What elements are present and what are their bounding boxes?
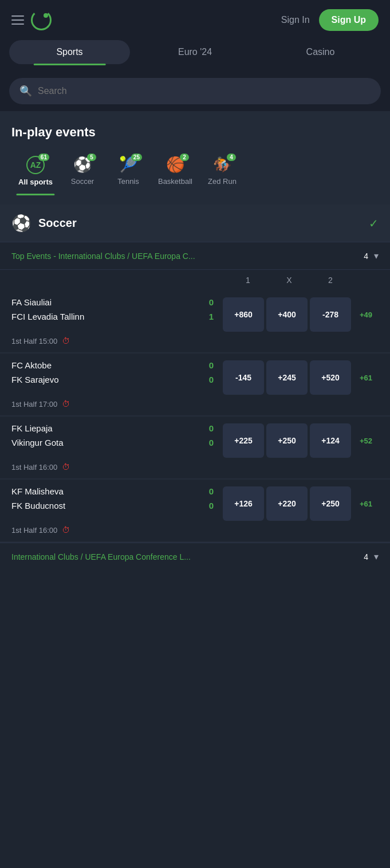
soccer-filter-icon: ⚽ 5 — [73, 156, 92, 174]
match2-more-odds[interactable]: +61 — [353, 360, 379, 395]
filter-tennis[interactable]: 🎾 25 Tennis — [105, 151, 151, 191]
match2-clock-icon: ⏱ — [62, 399, 70, 409]
match3-score2: 0 — [209, 438, 214, 447]
header: Sign In Sign Up — [0, 0, 390, 40]
soccer-count: 5 — [87, 154, 96, 161]
bottom-league-bar[interactable]: International Clubs / UEFA Europa Confer… — [0, 543, 390, 570]
match4-team2-name: FK Buducnost — [11, 501, 65, 510]
match2-team1-name: FC Aktobe — [11, 360, 52, 370]
match2-team2-row: FK Sarajevo 0 — [11, 375, 214, 384]
match4-more-odds[interactable]: +61 — [353, 486, 379, 521]
logo — [31, 10, 52, 30]
match1-odd2[interactable]: -278 — [310, 297, 351, 332]
tab-casino[interactable]: Casino — [260, 40, 381, 64]
match2-content: FC Aktobe 0 FK Sarajevo 0 -145 +245 +520… — [0, 354, 390, 395]
match3-score1: 0 — [209, 423, 214, 433]
soccer-label: Soccer — [71, 177, 94, 186]
bottom-league-chevron-icon: ▾ — [374, 551, 379, 562]
match2-odds: -145 +245 +520 +61 — [223, 360, 379, 395]
match4-clock-icon: ⏱ — [62, 525, 70, 535]
search-icon: 🔍 — [19, 85, 32, 97]
filter-zedrun[interactable]: 🏇 4 Zed Run — [199, 151, 245, 191]
match1-team2-name: FCI Levadia Tallinn — [11, 312, 84, 321]
match3-content: FK Liepaja 0 Vikingur Gota 0 +225 +250 +… — [0, 417, 390, 458]
match1-clock-icon: ⏱ — [62, 336, 70, 345]
col-1-header: 1 — [227, 276, 269, 285]
soccer-section: ⚽ Soccer ✓ Top Events - International Cl… — [0, 205, 390, 570]
match3-team1-row: FK Liepaja 0 — [11, 423, 214, 433]
all-sports-icon: AZ 61 — [26, 156, 45, 174]
bottom-league-title: International Clubs / UEFA Europa Confer… — [11, 552, 191, 561]
match1-more-odds[interactable]: +49 — [353, 297, 379, 332]
col-2-header: 2 — [310, 276, 351, 285]
search-box[interactable]: 🔍 — [9, 78, 381, 104]
match-row: FK Liepaja 0 Vikingur Gota 0 +225 +250 +… — [0, 417, 390, 480]
match3-more-odds[interactable]: +52 — [353, 423, 379, 458]
match3-time: 1st Half 16:00 — [11, 463, 57, 472]
col-x-header: X — [269, 276, 310, 285]
match1-teams: FA Siauliai 0 FCI Levadia Tallinn 1 — [11, 297, 214, 332]
soccer-section-title: Soccer — [38, 217, 77, 230]
match3-teams: FK Liepaja 0 Vikingur Gota 0 — [11, 423, 214, 458]
match4-odds: +126 +220 +250 +61 — [223, 486, 379, 521]
league1-chevron-icon: ▾ — [374, 250, 379, 261]
tab-sports[interactable]: Sports — [9, 40, 130, 64]
search-input[interactable] — [38, 86, 371, 96]
sign-in-button[interactable]: Sign In — [281, 15, 310, 25]
sport-filters: AZ 61 All sports ⚽ 5 Soccer 🎾 25 Tennis … — [11, 151, 379, 195]
match3-odd2[interactable]: +124 — [310, 423, 351, 458]
soccer-header[interactable]: ⚽ Soccer ✓ — [0, 205, 390, 242]
match4-odd1[interactable]: +126 — [223, 486, 264, 521]
filter-all-sports[interactable]: AZ 61 All sports — [11, 151, 60, 191]
col-extra-header — [351, 276, 379, 285]
match1-oddx[interactable]: +400 — [266, 297, 308, 332]
match3-odd1[interactable]: +225 — [223, 423, 264, 458]
match-row: FC Aktobe 0 FK Sarajevo 0 -145 +245 +520… — [0, 354, 390, 417]
match2-odd1[interactable]: -145 — [223, 360, 264, 395]
tab-euro24[interactable]: Euro '24 — [135, 40, 255, 64]
header-right: Sign In Sign Up — [281, 9, 379, 31]
match4-team1-row: KF Malisheva 0 — [11, 486, 214, 496]
match1-score1: 0 — [209, 297, 214, 307]
zedrun-count: 4 — [227, 154, 236, 161]
filter-basketball[interactable]: 🏀 2 Basketball — [151, 151, 199, 191]
match4-odd2[interactable]: +250 — [310, 486, 351, 521]
match3-team1-name: FK Liepaja — [11, 423, 53, 433]
zedrun-label: Zed Run — [208, 177, 237, 186]
match2-team1-row: FC Aktobe 0 — [11, 360, 214, 370]
match2-odd2[interactable]: +520 — [310, 360, 351, 395]
league1-right: 4 ▾ — [364, 250, 379, 261]
match1-score2: 1 — [209, 312, 214, 321]
tennis-count: 25 — [131, 154, 142, 161]
sign-up-button[interactable]: Sign Up — [319, 9, 379, 31]
nav-tabs: Sports Euro '24 Casino — [0, 40, 390, 71]
soccer-chevron-icon: ✓ — [369, 217, 379, 230]
tennis-label: Tennis — [117, 177, 139, 186]
league1-header[interactable]: Top Events - International Clubs / UEFA … — [0, 242, 390, 270]
filter-soccer[interactable]: ⚽ 5 Soccer — [60, 151, 105, 191]
basketball-label: Basketball — [158, 177, 192, 186]
match3-team2-name: Vikingur Gota — [11, 438, 64, 447]
match3-oddx[interactable]: +250 — [266, 423, 308, 458]
match3-team2-row: Vikingur Gota 0 — [11, 438, 214, 447]
match4-teams: KF Malisheva 0 FK Buducnost 0 — [11, 486, 214, 521]
league1-title: Top Events - International Clubs / UEFA … — [11, 252, 195, 261]
hamburger-menu[interactable] — [11, 15, 24, 25]
match4-oddx[interactable]: +220 — [266, 486, 308, 521]
soccer-ball-icon: ⚽ — [11, 214, 31, 233]
basketball-count: 2 — [180, 154, 189, 161]
match2-oddx[interactable]: +245 — [266, 360, 308, 395]
match4-team1-name: KF Malisheva — [11, 486, 64, 496]
all-sports-label: All sports — [18, 178, 53, 186]
bottom-league-count: 4 — [364, 552, 368, 561]
match2-score1: 0 — [209, 360, 214, 370]
basketball-filter-icon: 🏀 2 — [166, 156, 184, 174]
match4-time: 1st Half 16:00 — [11, 526, 57, 535]
soccer-header-left: ⚽ Soccer — [11, 214, 77, 233]
match4-footer: 1st Half 16:00 ⏱ — [0, 521, 390, 541]
header-left — [11, 10, 52, 30]
match3-footer: 1st Half 16:00 ⏱ — [0, 458, 390, 478]
match-row: KF Malisheva 0 FK Buducnost 0 +126 +220 … — [0, 480, 390, 543]
league1-count: 4 — [364, 252, 368, 261]
match1-odd1[interactable]: +860 — [223, 297, 264, 332]
